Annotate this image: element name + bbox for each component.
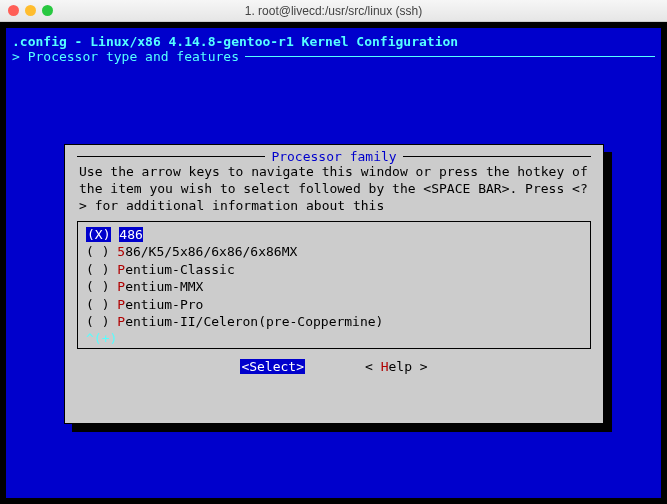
option-label: entium-II/Celeron(pre-Coppermine) xyxy=(125,314,383,329)
radio-selected-icon: (X) xyxy=(86,227,111,242)
window-titlebar: 1. root@livecd:/usr/src/linux (ssh) xyxy=(0,0,667,22)
minimize-icon[interactable] xyxy=(25,5,36,16)
option-item[interactable]: ( ) Pentium-Pro xyxy=(86,296,582,314)
dialog-buttons: <Select> < Help > xyxy=(77,359,591,374)
radio-icon: ( ) xyxy=(86,314,109,329)
option-label: entium-Pro xyxy=(125,297,203,312)
radio-icon: ( ) xyxy=(86,244,109,259)
option-item[interactable]: ( ) Pentium-Classic xyxy=(86,261,582,279)
dialog-instructions: Use the arrow keys to navigate this wind… xyxy=(77,164,591,221)
radio-icon: ( ) xyxy=(86,297,109,312)
option-label: 486 xyxy=(119,227,142,242)
processor-family-dialog: Processor family Use the arrow keys to n… xyxy=(64,144,604,424)
option-item[interactable]: ( ) Pentium-MMX xyxy=(86,278,582,296)
window-title: 1. root@livecd:/usr/src/linux (ssh) xyxy=(8,4,659,18)
option-label: 86/K5/5x86/6x86/6x86MX xyxy=(125,244,297,259)
close-icon[interactable] xyxy=(8,5,19,16)
option-label: entium-Classic xyxy=(125,262,235,277)
radio-icon: ( ) xyxy=(86,279,109,294)
option-hotkey: P xyxy=(117,314,125,329)
option-item[interactable]: ( ) Pentium-II/Celeron(pre-Coppermine) xyxy=(86,313,582,331)
dialog-title: Processor family xyxy=(265,149,402,164)
option-label: entium-MMX xyxy=(125,279,203,294)
option-hotkey: P xyxy=(117,297,125,312)
radio-icon: ( ) xyxy=(86,262,109,277)
zoom-icon[interactable] xyxy=(42,5,53,16)
option-hotkey: P xyxy=(117,279,125,294)
breadcrumb: > Processor type and features xyxy=(12,49,655,64)
menuconfig-screen[interactable]: .config - Linux/x86 4.14.8-gentoo-r1 Ker… xyxy=(6,28,661,498)
option-item[interactable]: ( ) 586/K5/5x86/6x86/6x86MX xyxy=(86,243,582,261)
option-hotkey: 5 xyxy=(117,244,125,259)
terminal: .config - Linux/x86 4.14.8-gentoo-r1 Ker… xyxy=(0,22,667,504)
option-list[interactable]: (X) 486( ) 586/K5/5x86/6x86/6x86MX( ) Pe… xyxy=(77,221,591,349)
traffic-lights xyxy=(8,5,53,16)
breadcrumb-text: > Processor type and features xyxy=(12,49,239,64)
config-header: .config - Linux/x86 4.14.8-gentoo-r1 Ker… xyxy=(12,34,655,49)
help-button[interactable]: < Help > xyxy=(365,359,428,374)
option-item[interactable]: (X) 486 xyxy=(86,226,582,244)
breadcrumb-rule xyxy=(245,56,655,57)
select-button[interactable]: <Select> xyxy=(240,359,305,374)
dialog-title-row: Processor family xyxy=(77,149,591,164)
option-hotkey: P xyxy=(117,262,125,277)
more-indicator: ^(+) xyxy=(86,331,582,346)
